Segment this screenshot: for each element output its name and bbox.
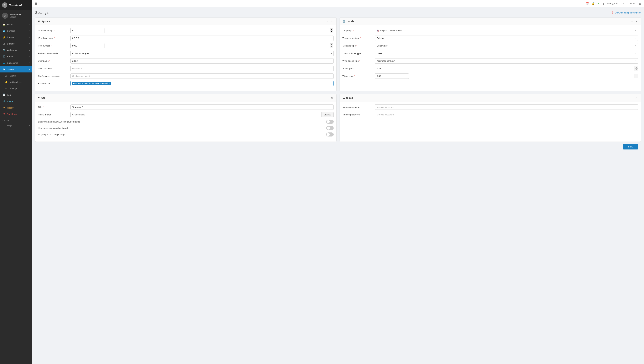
system-card-close[interactable]: ✕	[330, 20, 334, 23]
sidebar-item-system[interactable]: ⚙System ›	[0, 66, 32, 72]
liquid-row: Liquid volume type * Liters Gallons	[342, 51, 638, 56]
sidebar-item-label: Enclosures	[7, 62, 18, 64]
chevron-icon: ‹	[29, 43, 30, 45]
water-price-up[interactable]: ▲	[634, 74, 638, 76]
gui-title-input[interactable]	[70, 104, 334, 110]
all-gauges-toggle[interactable]	[326, 132, 334, 136]
sidebar: T TerrariumPI A Hello admin. Logout 🏠Hom…	[0, 0, 32, 364]
sidebar-item-status[interactable]: ⚠Status	[0, 72, 32, 79]
status-icon: ⚠	[5, 74, 8, 77]
topbar-right: 📅 🔒 ✔ 🖥 Friday, April 23, 2021 2:58 PM ▦	[586, 2, 641, 5]
main-area: ☰ 📅 🔒 ✔ 🖥 Friday, April 23, 2021 2:58 PM…	[32, 0, 644, 364]
cloud-card: ☁ Cloud – ✕ Meross username Meross passw…	[340, 94, 641, 142]
avatar: A	[2, 13, 8, 19]
meross-password-input[interactable]	[375, 112, 638, 117]
show-minmax-toggle[interactable]	[326, 120, 334, 124]
language-label: Language *	[342, 29, 373, 32]
browse-button[interactable]: Browse	[321, 112, 333, 117]
calendar-icon[interactable]: 📅	[586, 2, 589, 5]
hamburger-icon[interactable]: ☰	[35, 2, 38, 6]
gui-card-icon: ✏	[38, 96, 40, 99]
sidebar-item-help[interactable]: ℹHelp ‹	[0, 122, 32, 129]
display-icon[interactable]: 🖥	[602, 2, 605, 5]
pi-power-down[interactable]: ▼	[330, 31, 333, 33]
confirm-password-input[interactable]	[70, 74, 334, 79]
auth-select[interactable]: Only for changes Always Never	[70, 51, 334, 56]
show-help-link[interactable]: ❓ Show/hide help information	[611, 12, 641, 14]
port-input[interactable]	[70, 43, 104, 48]
content: Settings ❓ Show/hide help information ⚙ …	[32, 8, 644, 364]
gui-card-minimize[interactable]: –	[326, 96, 329, 100]
liquid-select[interactable]: Liters Gallons	[375, 51, 638, 56]
locale-card-minimize[interactable]: –	[631, 20, 633, 23]
meross-username-input[interactable]	[375, 104, 638, 110]
sidebar-item-relays[interactable]: ⚡Relays ‹	[0, 34, 32, 40]
tag-value: ebdf5ed1f4768d57c1bc999e410e6a33	[73, 82, 108, 84]
sidebar-item-settings[interactable]: ⚙Settings	[0, 85, 32, 92]
water-price-down[interactable]: ▼	[634, 76, 638, 78]
power-price-input[interactable]	[375, 66, 409, 71]
wind-select[interactable]: Kilometer per hour Miles per hour	[375, 58, 638, 64]
lock-icon[interactable]: 🔒	[592, 2, 595, 5]
temp-type-select[interactable]: Celsius Fahrenheit	[375, 36, 638, 41]
ip-input[interactable]	[70, 36, 334, 41]
hide-enclosures-toggle[interactable]	[326, 126, 334, 130]
excluded-ids-tag-input[interactable]: ebdf5ed1f4768d57c1bc999e410e6a33 ×	[70, 81, 334, 86]
sidebar-item-notifications[interactable]: 🔔Notifications	[0, 79, 32, 85]
save-bar: Save	[35, 142, 641, 152]
power-price-up[interactable]: ▲	[634, 66, 638, 68]
shutdown-icon: ⏻	[2, 113, 6, 116]
distance-row: Distance type * Centimeter Inch	[342, 43, 638, 48]
profile-image-row: Profile image Browse	[38, 112, 334, 117]
gui-card-close[interactable]: ✕	[330, 96, 334, 100]
sidebar-item-restart[interactable]: ↺Restart	[0, 98, 32, 104]
grid-icon[interactable]: ▦	[639, 2, 641, 5]
sidebar-item-enclosures[interactable]: 🌐Enclosures ‹	[0, 60, 32, 66]
temp-type-row: Temperature type * Celsius Fahrenheit	[342, 36, 638, 41]
language-row: Language * 🇺🇸 English (United States) Du…	[342, 28, 638, 33]
username-input[interactable]	[70, 58, 334, 64]
status-ok-icon[interactable]: ✔	[597, 2, 600, 5]
distance-select-wrap: Centimeter Inch	[375, 43, 638, 48]
hide-enclosures-label: Hide enclosures on dashboard	[38, 127, 324, 130]
sidebar-item-sensors[interactable]: 💧Sensors ‹	[0, 28, 32, 34]
distance-select[interactable]: Centimeter Inch	[375, 43, 638, 48]
cards-grid: ⚙ System – ✕ Pi power usage * ▲	[35, 18, 641, 142]
locale-card-actions: – ✕	[631, 20, 638, 23]
logout-link[interactable]: Logout	[10, 16, 22, 18]
sidebar-nav: 🏠Home ‹ 💧Sensors ‹ ⚡Relays ‹ ⊞Buttons ‹ …	[0, 21, 32, 364]
locale-card-close[interactable]: ✕	[635, 20, 638, 23]
sidebar-item-label: System	[7, 68, 14, 70]
sidebar-item-shutdown[interactable]: ⏻Shutdown	[0, 111, 32, 117]
power-price-row: Power price * ▲ ▼	[342, 66, 638, 71]
audio-icon: 🎵	[2, 55, 6, 58]
pi-power-input[interactable]	[70, 28, 104, 33]
sidebar-item-log[interactable]: 📄Log	[0, 92, 32, 98]
power-price-down[interactable]: ▼	[634, 68, 638, 71]
new-password-input[interactable]	[70, 66, 334, 71]
port-down[interactable]: ▼	[330, 46, 333, 48]
notifications-icon: 🔔	[5, 81, 8, 84]
sidebar-item-reboot[interactable]: ↻Reboot	[0, 104, 32, 111]
port-up[interactable]: ▲	[330, 44, 333, 46]
language-select[interactable]: 🇺🇸 English (United States) Dutch German …	[375, 28, 638, 33]
save-button[interactable]: Save	[623, 144, 638, 150]
pi-power-up[interactable]: ▲	[330, 28, 333, 31]
ip-label: IP or host name *	[38, 37, 68, 40]
water-price-input[interactable]	[375, 74, 409, 79]
port-row: Port number * ▲ ▼	[38, 43, 334, 48]
cloud-card-icon: ☁	[342, 96, 345, 99]
sidebar-item-webcams[interactable]: 📷Webcams ‹	[0, 47, 32, 53]
tag-remove-btn[interactable]: ×	[109, 82, 110, 84]
locale-card-header: 🔤 Locale – ✕	[340, 18, 641, 25]
cloud-card-minimize[interactable]: –	[631, 96, 633, 100]
system-card-minimize[interactable]: –	[326, 20, 329, 23]
sidebar-item-buttons[interactable]: ⊞Buttons ‹	[0, 40, 32, 47]
sidebar-item-home[interactable]: 🏠Home ‹	[0, 21, 32, 28]
gui-card-header: ✏ GUI – ✕	[35, 94, 336, 102]
cloud-card-close[interactable]: ✕	[635, 96, 638, 100]
show-minmax-toggle-wrap	[326, 120, 334, 124]
sidebar-item-label: Restart	[7, 100, 14, 103]
auth-select-wrap: Only for changes Always Never	[70, 51, 334, 56]
sidebar-item-audio[interactable]: 🎵Audio ‹	[0, 53, 32, 60]
